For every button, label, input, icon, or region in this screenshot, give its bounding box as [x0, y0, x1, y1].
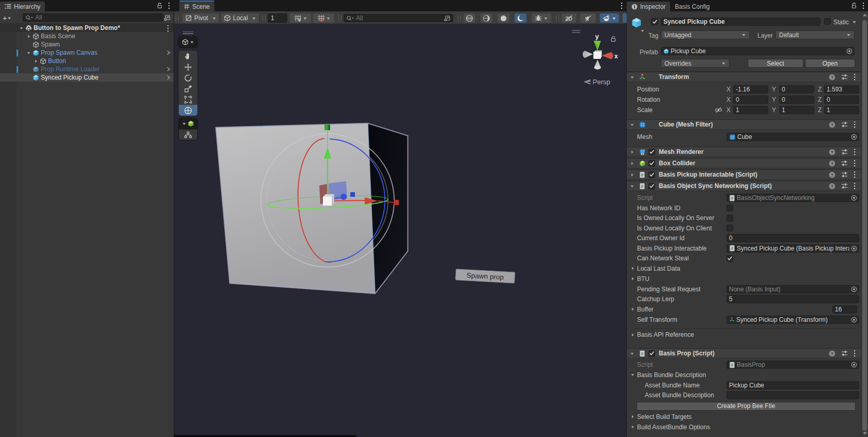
inspector-scrollbar[interactable]	[861, 11, 868, 437]
hierarchy-item-synced-pickup-cube[interactable]: Synced Pickup Cube	[0, 73, 174, 82]
component-header-mesh-renderer[interactable]: Mesh Renderer ?	[627, 147, 861, 157]
caret-down-icon[interactable]	[630, 184, 634, 189]
script-field[interactable]: # BasisObjectSyncNetworking	[726, 194, 859, 202]
object-picker-icon[interactable]	[845, 48, 854, 54]
component-enabled-checkbox[interactable]	[648, 171, 655, 178]
orientation-gizmo[interactable]: y x Persp	[564, 24, 626, 91]
caret-down-icon[interactable]	[630, 372, 635, 377]
caret-right-icon[interactable]	[630, 414, 635, 419]
pending-steal-request-field[interactable]: None (Basis Input)	[726, 285, 859, 293]
kebab-icon[interactable]	[854, 148, 856, 155]
presets-icon[interactable]	[841, 121, 848, 128]
caret-down-icon[interactable]	[852, 20, 857, 24]
view-tool-button[interactable]	[179, 51, 197, 61]
caret-right-icon[interactable]	[630, 266, 635, 271]
toolbar-drag-handle[interactable]	[556, 15, 559, 21]
foldout-select-build-targets[interactable]: Select Build Targets	[627, 412, 861, 422]
caret-right-icon[interactable]	[630, 307, 635, 311]
scrollbar-thumb[interactable]	[862, 20, 867, 431]
component-header-sync[interactable]: # Basis Object Sync Networking (Script) …	[627, 181, 861, 191]
scene-menu-icon[interactable]	[617, 1, 626, 10]
self-transform-field[interactable]: Synced Pickup Cube (Transform)	[726, 316, 859, 324]
pivot-dropdown[interactable]: Pivot	[182, 13, 219, 23]
component-enabled-checkbox[interactable]	[648, 160, 655, 167]
hierarchy-item-button[interactable]: Button	[0, 57, 174, 65]
object-picker-icon[interactable]	[850, 362, 858, 368]
caret-down-icon[interactable]	[630, 122, 634, 127]
presets-icon[interactable]	[841, 149, 848, 155]
foldout-local-last-data[interactable]: Local Last Data	[627, 264, 861, 273]
prefab-enter-chevron-icon[interactable]	[166, 65, 171, 73]
position-y-field[interactable]: 0	[779, 85, 814, 93]
foldout-basis-api-reference[interactable]: Basis API Reference	[627, 330, 861, 339]
grid-size-field[interactable]: 1	[268, 13, 287, 23]
scene-row-menu-icon[interactable]	[167, 25, 169, 32]
debug-draw-dropdown[interactable]	[532, 13, 551, 23]
is-owned-locally-on-client-checkbox[interactable]	[726, 225, 733, 231]
component-header-prop[interactable]: # Basis Prop (Script) ?	[627, 348, 861, 358]
tool-context-dropdown[interactable]	[179, 37, 197, 48]
caret-right-icon[interactable]	[630, 150, 634, 154]
2d-mode-button[interactable]: 2D	[562, 13, 576, 23]
help-icon[interactable]: ?	[829, 121, 835, 128]
overrides-dropdown[interactable]: Overrides	[661, 59, 730, 68]
scene-lighting-button[interactable]	[481, 13, 492, 23]
component-enabled-checkbox[interactable]	[648, 149, 655, 155]
select-button[interactable]: Select	[748, 59, 803, 68]
is-owned-locally-on-server-checkbox[interactable]	[726, 215, 733, 222]
component-header-box-collider[interactable]: Box Collider ?	[627, 158, 861, 168]
create-prop-button[interactable]: Create Prop Bee FIle	[637, 402, 856, 411]
link-off-icon[interactable]	[715, 107, 722, 113]
mesh-field[interactable]: Cube	[726, 133, 859, 141]
caret-down-icon[interactable]	[25, 49, 32, 57]
effects-dropdown[interactable]	[600, 13, 619, 23]
hierarchy-scene-row[interactable]: Button to Spawn Prop Demo*	[0, 24, 174, 32]
scale-tool-button[interactable]	[179, 83, 197, 94]
component-header-transform[interactable]: Transform ?	[627, 72, 861, 82]
caret-right-icon[interactable]	[25, 32, 32, 40]
caret-down-icon[interactable]	[630, 75, 634, 80]
kebab-icon[interactable]	[854, 73, 856, 81]
shading-mode-button[interactable]	[463, 13, 475, 23]
has-network-id-checkbox[interactable]	[726, 205, 733, 211]
orientation-dropdown[interactable]: Local	[221, 13, 259, 23]
kebab-icon[interactable]	[854, 182, 856, 190]
name-field[interactable]: Synced Pickup Cube	[661, 18, 820, 26]
catchup-lerp-field[interactable]: 5	[726, 295, 859, 303]
help-icon[interactable]: ?	[829, 183, 835, 190]
prefab-enter-chevron-icon[interactable]	[166, 73, 171, 82]
open-button[interactable]: Open	[805, 59, 855, 68]
create-object-button[interactable]: +	[3, 14, 16, 22]
foldout-basis-bundle-description[interactable]: Basis Bundle Description	[627, 370, 861, 380]
caret-right-icon[interactable]	[630, 425, 635, 429]
object-picker-icon[interactable]	[850, 245, 858, 252]
rotation-z-field[interactable]: 0	[824, 96, 859, 104]
kebab-icon[interactable]	[854, 160, 856, 167]
presets-icon[interactable]	[841, 350, 848, 356]
scale-x-field[interactable]: 1	[733, 106, 768, 114]
help-icon[interactable]: ?	[829, 350, 835, 357]
prefab-enter-chevron-icon[interactable]	[166, 49, 171, 57]
scroll-up-icon[interactable]	[861, 11, 868, 19]
component-enabled-checkbox[interactable]	[648, 350, 655, 357]
scene-light-toggle-button[interactable]	[515, 13, 526, 23]
tools-drag-handle[interactable]	[178, 30, 198, 35]
active-checkbox[interactable]	[651, 18, 658, 25]
object-picker-icon[interactable]	[850, 134, 858, 140]
object-picker-icon[interactable]	[850, 286, 858, 292]
tab-scene[interactable]: Scene	[179, 2, 214, 11]
hierarchy-menu-icon[interactable]	[164, 1, 174, 10]
transform-tool-button[interactable]	[179, 105, 197, 116]
tab-basis-config[interactable]: Basis Config	[670, 2, 714, 11]
caret-down-icon[interactable]	[18, 24, 25, 32]
presets-icon[interactable]	[841, 74, 848, 80]
camera-settings-button[interactable]	[498, 13, 509, 23]
rotation-y-field[interactable]: 0	[779, 96, 814, 104]
caret-down-icon[interactable]	[640, 28, 645, 33]
caret-right-icon[interactable]	[630, 173, 634, 177]
rect-tool-button[interactable]	[179, 94, 197, 105]
hierarchy-search-input[interactable]: All	[23, 13, 163, 22]
rotate-tool-button[interactable]	[179, 72, 197, 83]
can-network-steal-checkbox[interactable]	[726, 255, 733, 262]
hierarchy-item-basis-scene[interactable]: Basis Scene	[0, 32, 174, 40]
